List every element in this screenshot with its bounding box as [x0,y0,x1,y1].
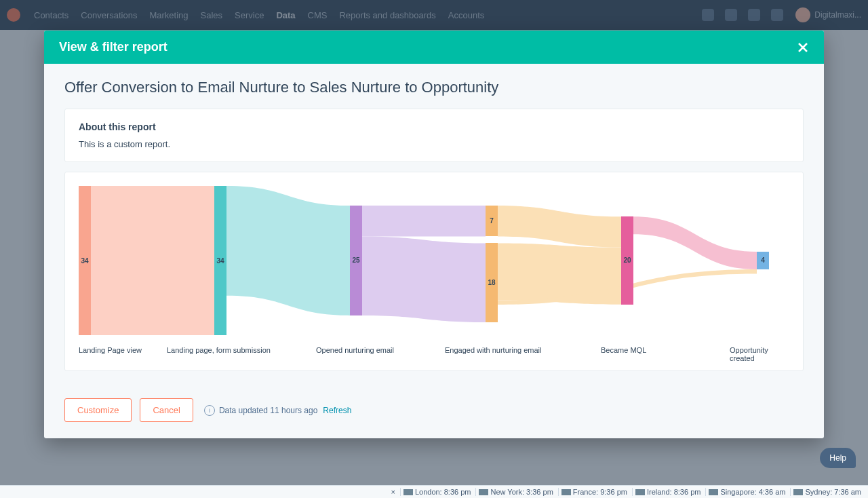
about-heading: About this report [79,121,789,132]
clock-item: New York: 3:36 pm [475,488,555,496]
node-value: 7 [490,217,494,225]
clock-item: London: 8:36 pm [400,488,474,496]
stage-label: Engaged with nurturing email [445,346,541,354]
clock-item: Singapore: 4:36 am [705,488,788,496]
node-value: 20 [623,256,631,264]
sankey-link [91,186,214,335]
node-value: 34 [216,257,224,265]
help-button[interactable]: Help [820,448,856,468]
cancel-button[interactable]: Cancel [140,398,193,422]
clock-item: Ireland: 8:36 pm [632,488,704,496]
sankey-link [498,243,621,304]
modal-footer: Customize Cancel i Data updated 11 hours… [44,398,824,438]
sankey-link [498,206,621,247]
modal-title: View & filter report [59,40,167,54]
modal-overlay: View & filter report Offer Conversion to… [0,0,868,498]
sankey-chart: 343425718204 Landing Page viewLanding pa… [64,172,804,371]
node-value: 18 [488,279,495,286]
sankey-node[interactable]: 34 [79,186,91,335]
node-value: 4 [761,256,765,264]
sankey-link [226,186,350,315]
customize-button[interactable]: Customize [64,398,132,422]
stage-label: Opportunity created [730,346,789,362]
sankey-node[interactable]: 25 [350,206,362,315]
stage-label: Became MQL [601,346,646,354]
about-card: About this report This is a custom repor… [64,109,804,162]
sankey-node[interactable]: 4 [757,252,769,269]
sankey-link [362,236,486,322]
report-title: Offer Conversion to Email Nurture to Sal… [64,79,804,96]
sankey-node[interactable]: 18 [486,243,498,322]
sankey-node[interactable]: 20 [621,216,633,304]
modal-header: View & filter report [44,31,824,64]
refresh-link[interactable]: Refresh [323,406,351,415]
report-modal: View & filter report Offer Conversion to… [44,31,824,438]
close-icon[interactable] [797,41,809,54]
stage-label: Landing page, form submission [167,346,271,354]
node-value: 25 [352,256,359,264]
node-value: 34 [81,257,88,265]
stage-label: Landing Page view [79,346,142,354]
sankey-node[interactable]: 34 [214,186,226,335]
clock-item: Sydney: 7:36 am [790,488,864,496]
stage-label: Opened nurturing email [316,346,394,354]
info-icon: i [204,405,215,416]
sankey-link [633,216,757,269]
sankey-link [362,206,486,236]
about-text: This is a custom report. [79,139,789,149]
world-clock-bar: ×London: 8:36 pmNew York: 3:36 pmFrance:… [0,485,868,498]
updated-text: Data updated 11 hours ago [219,406,317,415]
sankey-node[interactable]: 7 [486,206,498,236]
clock-item: France: 9:36 pm [558,488,630,496]
